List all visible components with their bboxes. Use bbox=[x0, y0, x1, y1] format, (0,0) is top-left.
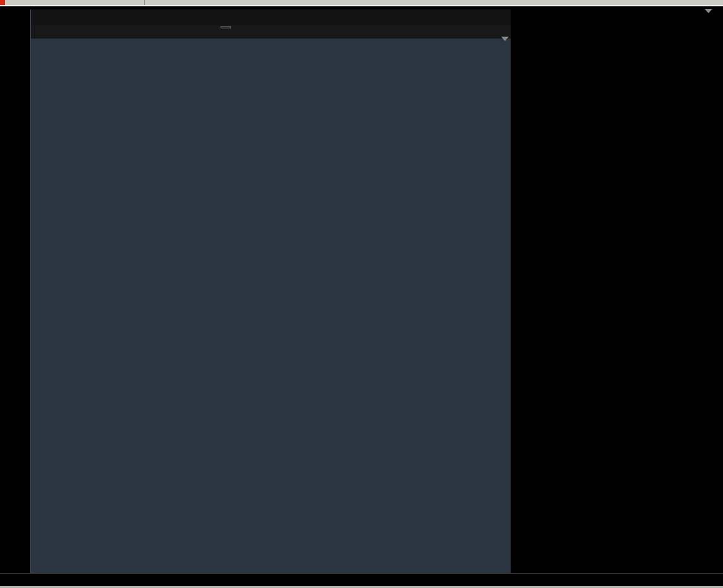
panel-scroll-icon[interactable] bbox=[501, 37, 509, 41]
toolbar-divider bbox=[144, 0, 145, 5]
axis-line bbox=[0, 573, 723, 574]
trading-app-screen: { "colors":{"yellow":"#d2ab15","green":"… bbox=[0, 0, 723, 588]
time-axis[interactable] bbox=[0, 573, 723, 586]
mtdriver-stats-panel bbox=[30, 9, 511, 573]
chart-scroll-icon[interactable] bbox=[705, 9, 712, 13]
panel-title bbox=[31, 9, 511, 25]
panel-menubar bbox=[31, 25, 511, 39]
path-button[interactable] bbox=[221, 26, 231, 28]
annotation-box-pl bbox=[0, 0, 5, 5]
timeframe-toolbar bbox=[0, 0, 723, 8]
toolbar-strip bbox=[0, 0, 723, 6]
stats-table bbox=[31, 39, 511, 573]
